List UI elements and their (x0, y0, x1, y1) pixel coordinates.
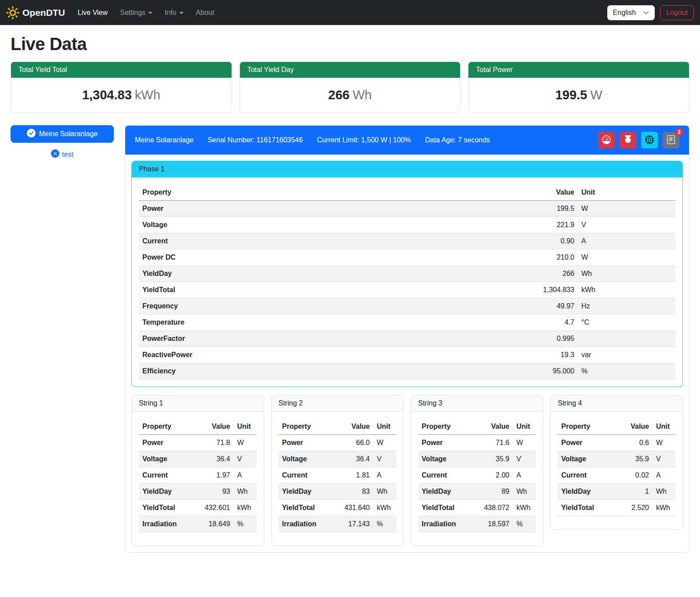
phase-table: Property Value Unit Power199.5WVoltage22… (139, 185, 675, 380)
summary-card-value: 266 (328, 88, 349, 102)
unit-cell: A (513, 467, 536, 484)
property-cell: Power (139, 435, 192, 451)
summary-card-title: Total Yield Day (240, 62, 461, 78)
nav-item-label: About (196, 9, 214, 17)
value-cell: 93 (192, 484, 234, 500)
table-row: Voltage36.4V (139, 451, 257, 467)
dropdown-caret-icon (148, 12, 152, 14)
unit-cell (578, 331, 675, 347)
inverter-item-label: test (62, 151, 73, 159)
table-row: Irradiation18.649% (139, 516, 257, 532)
unit-cell: Wh (578, 266, 675, 282)
inverter-item-test[interactable]: test (11, 149, 114, 159)
property-cell: Irradiation (139, 516, 192, 532)
table-header-row: Property Value Unit (279, 419, 396, 435)
property-cell: Power (139, 201, 402, 217)
summary-card-title: Total Yield Total (11, 62, 232, 78)
unit-cell: % (374, 516, 396, 532)
inverter-limit: Current Limit: 1,500 W | 100% (317, 136, 411, 144)
check-circle-icon (27, 129, 36, 139)
property-cell: Power (558, 435, 616, 451)
string-card-title: String 3 (411, 395, 543, 412)
unit-cell: V (653, 451, 675, 467)
brand-label: OpenDTU (22, 7, 65, 18)
value-cell: 1.97 (192, 467, 234, 484)
inverter-name: Meine Solaranlage (135, 136, 193, 144)
table-row: YieldTotal438.072kWh (418, 500, 536, 516)
table-row: Irradiation18.597% (418, 516, 536, 532)
column-unit: Unit (653, 419, 675, 435)
unit-cell: kWh (374, 500, 396, 516)
table-body: Power0.6WVoltage35.9VCurrent0.02AYieldDa… (558, 435, 675, 516)
string-card-2: String 2 Property Value Unit (271, 395, 404, 546)
inverter-actions: 2 (598, 132, 679, 148)
unit-cell: A (234, 467, 257, 484)
value-cell: 266 (402, 266, 578, 282)
phase-panel-body: Property Value Unit Power199.5WVoltage22… (132, 177, 682, 380)
inverter-card: Meine Solaranlage Serial Number: 1161716… (125, 125, 689, 553)
table-row: YieldTotal2.520kWh (558, 500, 675, 516)
nav-item-settings[interactable]: Settings (114, 5, 159, 20)
table-row: Current0.02A (558, 467, 675, 484)
property-cell: Power (418, 435, 472, 451)
logout-button[interactable]: Logout (660, 5, 694, 20)
unit-cell: W (578, 250, 675, 266)
nav-links: Live View Settings Info About (72, 5, 221, 20)
property-cell: YieldTotal (139, 500, 192, 516)
inverter-selected-button[interactable]: Meine Solaranlage (11, 125, 114, 143)
power-icon (624, 135, 632, 145)
value-cell: 4.7 (402, 315, 578, 331)
column-unit: Unit (578, 185, 675, 201)
limit-settings-button[interactable] (598, 132, 615, 148)
column-property: Property (558, 419, 616, 435)
nav-item-live-view[interactable]: Live View (72, 5, 114, 20)
property-cell: Current (139, 467, 192, 484)
brand[interactable]: OpenDTU (6, 6, 65, 19)
property-cell: YieldDay (279, 484, 332, 500)
value-cell: 2.00 (471, 467, 513, 484)
column-property: Property (279, 419, 332, 435)
table-header: Property Value Unit (558, 419, 675, 435)
value-cell: 0.6 (616, 435, 653, 451)
value-cell: 1 (616, 484, 653, 500)
value-cell: 221.9 (402, 217, 578, 233)
nav-item-info[interactable]: Info (159, 5, 190, 20)
value-cell: 89 (471, 484, 513, 500)
property-cell: Current (279, 467, 332, 484)
string-card-1: String 1 Property Value Unit (131, 395, 264, 546)
dropdown-caret-icon (179, 12, 184, 14)
property-cell: YieldTotal (139, 282, 402, 298)
event-log-button[interactable]: 2 (663, 132, 679, 148)
device-info-button[interactable] (641, 132, 658, 148)
speedometer-icon (602, 135, 611, 145)
unit-cell: W (374, 435, 396, 451)
table-header-row: Property Value Unit (558, 419, 675, 435)
table-row: Power DC210.0W (139, 250, 675, 266)
property-cell: YieldDay (139, 484, 192, 500)
phase-panel-title: Phase 1 (132, 161, 682, 177)
property-cell: Irradiation (279, 516, 332, 532)
property-cell: Temperature (139, 315, 402, 331)
x-circle-icon (51, 149, 59, 159)
inverter-card-header: Meine Solaranlage Serial Number: 1161716… (125, 126, 689, 155)
table-row: YieldDay1Wh (558, 484, 675, 500)
column-property: Property (418, 419, 472, 435)
summary-card-unit: Wh (352, 88, 372, 102)
unit-cell: V (374, 451, 396, 467)
string-card-title: String 4 (551, 395, 682, 412)
language-select[interactable]: English (607, 5, 655, 20)
summary-card-unit: W (590, 88, 602, 102)
unit-cell: Wh (513, 484, 536, 500)
string-card-body: Property Value Unit Power71.8WVoltage36.… (132, 412, 264, 546)
table-row: Current1.81A (279, 467, 396, 484)
table-row: YieldDay266Wh (139, 266, 675, 282)
table-body: Power199.5WVoltage221.9VCurrent0.90APowe… (139, 201, 675, 380)
unit-cell: % (578, 363, 675, 380)
column-unit: Unit (374, 419, 396, 435)
string-card-title: String 2 (272, 395, 403, 412)
nav-item-about[interactable]: About (190, 5, 221, 20)
inverter-card-body: Phase 1 Property Value Unit Power199.5WV… (125, 155, 689, 552)
power-toggle-button[interactable] (620, 132, 636, 148)
table-row: Voltage36.4V (279, 451, 396, 467)
property-cell: Current (418, 467, 472, 484)
